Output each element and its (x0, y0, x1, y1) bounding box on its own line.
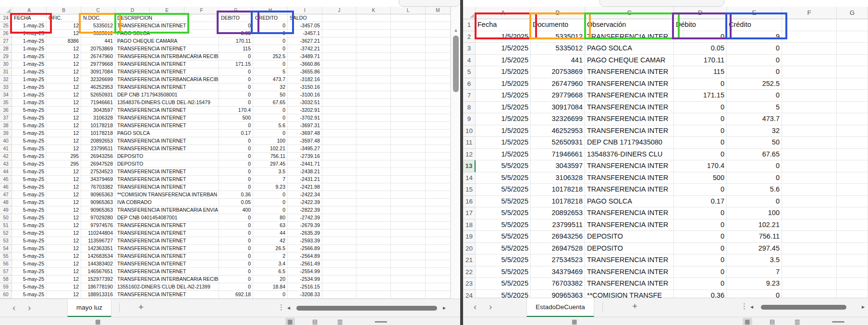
cell[interactable] (322, 176, 356, 183)
cell[interactable]: 1/5/2025 (476, 125, 531, 137)
cell[interactable]: 34379469 (81, 176, 115, 183)
cell[interactable]: TRANSFERENCIA INTERNET (115, 68, 219, 76)
cell[interactable]: 1/5/2025 (476, 90, 531, 102)
cell[interactable]: 26943256 (531, 231, 585, 243)
cell[interactable]: 20753869 (81, 45, 115, 53)
cell[interactable] (782, 66, 837, 78)
column-header-M[interactable]: M (426, 7, 451, 14)
cell[interactable]: 0.05 (219, 30, 253, 37)
cell[interactable]: 0 (727, 55, 782, 67)
cell[interactable] (426, 22, 451, 30)
cell[interactable]: DEPOSITO (585, 243, 674, 255)
cell[interactable] (426, 84, 451, 91)
cell[interactable]: 12 (47, 237, 81, 245)
cell[interactable] (356, 268, 391, 276)
cell[interactable] (782, 243, 837, 255)
cell[interactable]: 100 (727, 207, 782, 219)
cell[interactable] (322, 283, 356, 291)
cell[interactable]: 52650931 (531, 137, 585, 149)
cell[interactable]: 46252953 (531, 125, 585, 137)
cell[interactable] (391, 68, 426, 76)
cell[interactable]: 0 (727, 160, 782, 172)
cell[interactable]: 5/5/2025 (476, 243, 531, 255)
cell[interactable] (356, 107, 391, 114)
cell[interactable]: TRANSFERENCIA INTERBANCARIA RECIB (115, 276, 219, 283)
cell[interactable]: 0 (253, 45, 288, 53)
cell[interactable] (837, 196, 868, 208)
cell[interactable]: 0 (219, 229, 253, 237)
cell[interactable] (322, 99, 356, 107)
cell[interactable]: 0 (253, 191, 288, 199)
cell[interactable]: 1-may-25 (12, 99, 47, 107)
cell[interactable] (426, 260, 451, 268)
cell[interactable] (391, 206, 426, 214)
cell[interactable] (322, 253, 356, 260)
cell[interactable]: -3495.27 (288, 145, 322, 153)
cell[interactable] (391, 22, 426, 30)
row-header-11[interactable]: 11 (463, 137, 476, 149)
cell[interactable] (837, 78, 868, 90)
cell[interactable]: 0 (219, 53, 253, 60)
cell[interactable]: 3043597 (531, 160, 585, 172)
cell[interactable]: 0 (253, 291, 288, 299)
cell[interactable] (356, 245, 391, 253)
row-header-38[interactable]: 38 (0, 122, 12, 130)
cell[interactable]: 3043597 (81, 107, 115, 114)
cell[interactable]: 0 (219, 214, 253, 222)
cell[interactable]: 0 (674, 243, 727, 255)
cell[interactable]: 0 (219, 260, 253, 268)
cell[interactable]: 0 (219, 76, 253, 84)
row-header-15[interactable]: 15 (463, 184, 476, 196)
cell[interactable]: 1/5/2025 (476, 149, 531, 161)
cell[interactable]: 30917084 (81, 68, 115, 76)
cell[interactable]: 0 (219, 168, 253, 176)
cell[interactable]: 20 (253, 276, 288, 283)
cell[interactable] (322, 291, 356, 299)
cell[interactable]: 0 (674, 254, 727, 266)
cell[interactable]: 1/5/2025 (476, 66, 531, 78)
cell[interactable] (356, 160, 391, 168)
cell[interactable]: 5-may-25 (12, 176, 47, 183)
cell[interactable]: 692.18 (219, 291, 253, 299)
cell[interactable] (837, 19, 868, 31)
cell[interactable] (426, 130, 451, 137)
row-header-16[interactable]: 16 (463, 196, 476, 208)
cell[interactable] (782, 113, 837, 125)
cell[interactable] (322, 276, 356, 283)
cell[interactable] (391, 84, 426, 91)
column-header-A[interactable]: A (12, 7, 47, 14)
cell[interactable] (322, 107, 356, 114)
cell[interactable]: -2742.39 (288, 214, 322, 222)
cell[interactable] (782, 266, 837, 278)
row-header-37[interactable]: 37 (0, 114, 12, 122)
cell[interactable]: 1-may-25 (12, 22, 47, 30)
cell[interactable] (391, 14, 426, 22)
cell[interactable]: 0 (219, 245, 253, 253)
cell[interactable]: 171.15 (674, 90, 727, 102)
cell[interactable]: 5 (253, 68, 288, 76)
cell[interactable]: 5-may-25 (12, 268, 47, 276)
cell[interactable]: 1/5/2025 (476, 137, 531, 149)
cell[interactable]: 29779668 (531, 90, 585, 102)
cell[interactable] (356, 130, 391, 137)
cell[interactable]: TRANSFERENCIA INTERNET (115, 183, 219, 191)
cell[interactable] (322, 84, 356, 91)
cell[interactable] (356, 37, 391, 45)
cell[interactable]: -2635.39 (288, 229, 322, 237)
cell[interactable]: 5-may-25 (12, 107, 47, 114)
cell[interactable]: 297.45 (727, 243, 782, 255)
cell[interactable]: 12 (47, 268, 81, 276)
cell[interactable]: OFIC. (47, 14, 81, 22)
cell[interactable] (356, 229, 391, 237)
cell[interactable]: 0 (253, 107, 288, 114)
cell[interactable]: 12 (47, 84, 81, 91)
cell[interactable] (322, 199, 356, 206)
cell[interactable]: 12 (47, 76, 81, 84)
left-hscroll-thumb[interactable] (296, 306, 437, 311)
row-header-17[interactable]: 17 (463, 207, 476, 219)
cell[interactable]: 252.5 (727, 78, 782, 90)
cell[interactable]: 5-may-25 (12, 245, 47, 253)
row-header-28[interactable]: 28 (0, 45, 12, 53)
row-header-41[interactable]: 41 (0, 145, 12, 153)
row-header-10[interactable]: 10 (463, 125, 476, 137)
